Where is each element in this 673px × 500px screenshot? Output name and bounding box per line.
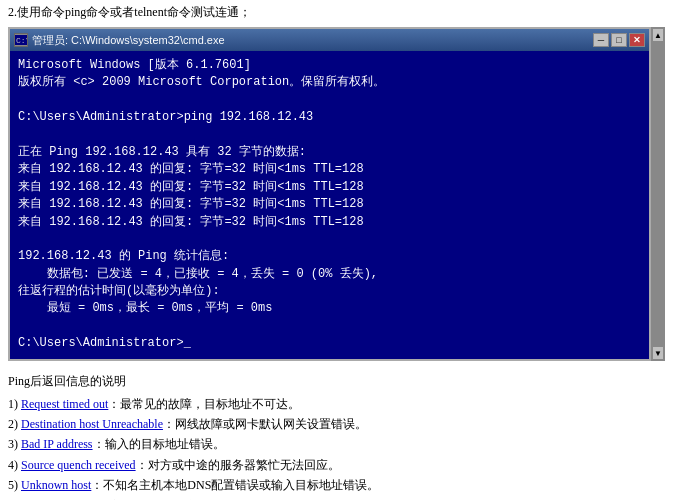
item-2-label: Destination host Unreachable — [21, 417, 163, 431]
cmd-titlebar: C:\ 管理员: C:\Windows\system32\cmd.exe ─ □… — [10, 29, 649, 51]
cmd-line-blank1 — [18, 92, 641, 109]
cmd-line-1: Microsoft Windows [版本 6.1.7601] — [18, 57, 641, 74]
cmd-line-10: 数据包: 已发送 = 4，已接收 = 4，丢失 = 0 (0% 丢失), — [18, 266, 641, 283]
maximize-button[interactable]: □ — [611, 33, 627, 47]
cmd-line-3: C:\Users\Administrator>ping 192.168.12.4… — [18, 109, 641, 126]
cmd-line-12: 最短 = 0ms，最长 = 0ms，平均 = 0ms — [18, 300, 641, 317]
cmd-line-blank3 — [18, 231, 641, 248]
item-1-label: Request timed out — [21, 397, 108, 411]
ping-info-section: Ping后返回信息的说明 1) Request timed out：最常见的故障… — [0, 369, 673, 500]
ping-info-item-6: 6) No answer：无响应,本地配置故障或目标地址不可达。 — [8, 496, 665, 500]
cmd-line-7: 来自 192.168.12.43 的回复: 字节=32 时间<1ms TTL=1… — [18, 196, 641, 213]
item-3-number: 3) — [8, 437, 21, 451]
cmd-line-6: 来自 192.168.12.43 的回复: 字节=32 时间<1ms TTL=1… — [18, 179, 641, 196]
top-instruction: 2.使用命令ping命令或者telnent命令测试连通； — [0, 0, 673, 27]
ping-info-item-2: 2) Destination host Unreachable：网线故障或网卡默… — [8, 414, 665, 434]
cmd-line-blank2 — [18, 127, 641, 144]
item-4-number: 4) — [8, 458, 21, 472]
cmd-line-2: 版权所有 <c> 2009 Microsoft Corporation。保留所有… — [18, 74, 641, 91]
cmd-line-13: C:\Users\Administrator>_ — [18, 335, 641, 352]
item-2-number: 2) — [8, 417, 21, 431]
minimize-button[interactable]: ─ — [593, 33, 609, 47]
item-5-number: 5) — [8, 478, 21, 492]
scroll-track — [652, 42, 664, 346]
cmd-titlebar-left: C:\ 管理员: C:\Windows\system32\cmd.exe — [14, 33, 225, 48]
cmd-window-buttons: ─ □ ✕ — [593, 33, 645, 47]
ping-info-item-1: 1) Request timed out：最常见的故障，目标地址不可达。 — [8, 394, 665, 414]
item-3-colon: ：输入的目标地址错误。 — [93, 437, 225, 451]
cmd-window: C:\ 管理员: C:\Windows\system32\cmd.exe ─ □… — [8, 27, 665, 361]
ping-info-item-3: 3) Bad IP address：输入的目标地址错误。 — [8, 434, 665, 454]
item-5-label: Unknown host — [21, 478, 91, 492]
cmd-icon: C:\ — [14, 33, 28, 47]
ping-info-title: Ping后返回信息的说明 — [8, 373, 665, 390]
close-button[interactable]: ✕ — [629, 33, 645, 47]
cmd-line-4: 正在 Ping 192.168.12.43 具有 32 字节的数据: — [18, 144, 641, 161]
cmd-title: 管理员: C:\Windows\system32\cmd.exe — [32, 33, 225, 48]
scroll-up-button[interactable]: ▲ — [652, 28, 664, 42]
cmd-line-9: 192.168.12.43 的 Ping 统计信息: — [18, 248, 641, 265]
item-2-colon: ：网线故障或网卡默认网关设置错误。 — [163, 417, 367, 431]
cmd-scrollbar[interactable]: ▲ ▼ — [651, 27, 665, 361]
item-4-label: Source quench received — [21, 458, 136, 472]
svg-text:C:\: C:\ — [16, 36, 27, 45]
item-3-label: Bad IP address — [21, 437, 93, 451]
item-1-number: 1) — [8, 397, 21, 411]
ping-info-item-4: 4) Source quench received：对方或中途的服务器繁忙无法回… — [8, 455, 665, 475]
cmd-line-5: 来自 192.168.12.43 的回复: 字节=32 时间<1ms TTL=1… — [18, 161, 641, 178]
cmd-inner: C:\ 管理员: C:\Windows\system32\cmd.exe ─ □… — [8, 27, 651, 361]
cmd-line-8: 来自 192.168.12.43 的回复: 字节=32 时间<1ms TTL=1… — [18, 214, 641, 231]
cmd-line-blank4 — [18, 318, 641, 335]
item-4-colon: ：对方或中途的服务器繁忙无法回应。 — [136, 458, 340, 472]
ping-info-item-5: 5) Unknown host：不知名主机本地DNS配置错误或输入目标地址错误。 — [8, 475, 665, 495]
instruction-text: 2.使用命令ping命令或者telnent命令测试连通； — [8, 5, 251, 19]
cmd-line-11: 往返行程的估计时间(以毫秒为单位): — [18, 283, 641, 300]
scroll-down-button[interactable]: ▼ — [652, 346, 664, 360]
item-1-colon: ：最常见的故障，目标地址不可达。 — [108, 397, 300, 411]
cmd-body: Microsoft Windows [版本 6.1.7601] 版权所有 <c>… — [10, 51, 649, 359]
item-5-colon: ：不知名主机本地DNS配置错误或输入目标地址错误。 — [91, 478, 379, 492]
